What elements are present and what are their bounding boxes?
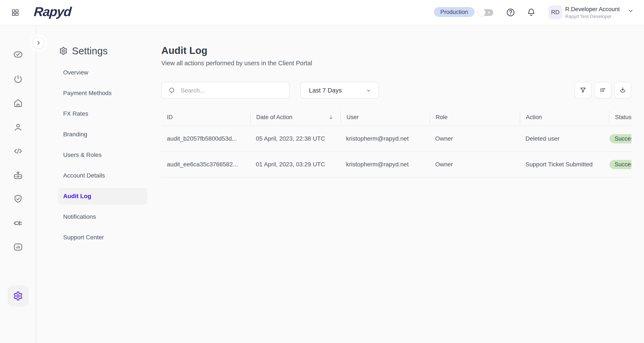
nav-item-notifications[interactable]: Notifications <box>58 209 147 225</box>
filter-button[interactable] <box>574 82 591 98</box>
cell-id: audit_ee6ca35c3766582... <box>161 161 250 168</box>
nav-item-account-details[interactable]: Account Details <box>58 167 147 184</box>
notifications-bell-icon[interactable] <box>527 8 536 17</box>
nav-item-support-center[interactable]: Support Center <box>58 229 147 246</box>
cell-user: kristopherm@rapyd.net <box>340 161 430 168</box>
developer-code-icon[interactable] <box>13 146 23 156</box>
table-row[interactable]: audit_b2057fb5800d53d... 05 April, 2023,… <box>161 126 631 152</box>
column-header-user: User <box>340 111 430 123</box>
cell-role: Owner <box>430 161 520 168</box>
cell-status: Success <box>609 160 631 169</box>
nav-item-branding[interactable]: Branding <box>58 126 147 143</box>
home-icon[interactable] <box>13 98 23 108</box>
date-range-value: Last 7 Days <box>309 87 342 94</box>
chevron-down-icon <box>628 8 634 14</box>
payouts-inbox-icon[interactable] <box>13 170 23 180</box>
cell-user: kristopherm@rapyd.net <box>340 135 430 142</box>
account-name: R.Developer Account <box>565 6 620 13</box>
date-range-select[interactable]: Last 7 Days <box>300 82 379 98</box>
cell-date: 01 April, 2023, 03:29 UTC <box>250 161 340 168</box>
status-badge: Success <box>610 134 631 143</box>
column-header-status: Status <box>609 111 631 123</box>
integrations-plug-icon[interactable] <box>13 218 23 228</box>
column-header-action: Action <box>520 111 609 123</box>
tasks-check-icon[interactable] <box>13 49 23 59</box>
cell-action: Deleted user <box>520 135 609 142</box>
page-title: Audit Log <box>161 45 208 56</box>
toggle-knob <box>478 9 486 16</box>
environment-badge: Production <box>434 7 474 17</box>
sort-descending-arrow-icon <box>328 114 334 120</box>
table-row[interactable]: audit_ee6ca35c3766582... 01 April, 2023,… <box>161 152 631 178</box>
settings-nav: Overview Payment Methods FX Rates Brandi… <box>58 64 147 250</box>
cell-role: Owner <box>430 135 520 142</box>
chevron-down-icon <box>366 88 372 94</box>
column-header-role: Role <box>430 111 520 123</box>
toggle-x-icon <box>487 10 491 15</box>
filter-funnel-icon <box>579 86 587 94</box>
nav-item-payment-methods[interactable]: Payment Methods <box>58 85 147 101</box>
page-subtitle: View all actions performed by users in t… <box>161 60 312 67</box>
search-input[interactable] <box>180 84 284 97</box>
search-box <box>161 82 290 98</box>
user-icon[interactable] <box>13 122 23 132</box>
status-badge: Success <box>610 160 631 169</box>
analytics-chart-icon[interactable] <box>13 242 23 252</box>
nav-item-overview[interactable]: Overview <box>58 64 147 81</box>
settings-gear-heading-icon <box>59 46 68 55</box>
power-icon[interactable] <box>13 74 23 84</box>
compliance-shield-icon[interactable] <box>13 194 23 204</box>
apps-grid-icon[interactable] <box>12 9 19 16</box>
column-header-id: ID <box>161 111 250 123</box>
rapyd-client-portal: Rapyd Production RD R.Developer Account <box>0 0 644 343</box>
cell-action: Support Ticket Submitted <box>520 161 609 168</box>
search-icon <box>168 87 176 94</box>
audit-log-table: ID Date of Action User Role Action Statu… <box>161 109 631 178</box>
sort-list-icon <box>599 86 606 94</box>
help-circle-icon[interactable] <box>506 8 515 17</box>
settings-gear-icon[interactable] <box>13 291 23 301</box>
nav-item-fx-rates[interactable]: FX Rates <box>58 106 147 122</box>
download-icon <box>619 86 626 94</box>
sidebar-expand-button[interactable] <box>32 37 44 49</box>
cell-id: audit_b2057fb5800d53d... <box>161 135 250 142</box>
sort-button[interactable] <box>594 82 611 98</box>
column-header-date[interactable]: Date of Action <box>250 111 340 123</box>
nav-item-audit-log[interactable]: Audit Log <box>58 188 147 204</box>
environment-toggle[interactable] <box>478 9 493 16</box>
cell-date: 05 April, 2023, 22:38 UTC <box>250 135 340 142</box>
top-header: Rapyd Production RD R.Developer Account <box>0 0 644 25</box>
column-header-date-label: Date of Action <box>256 114 292 120</box>
rapyd-logo[interactable]: Rapyd <box>34 4 72 19</box>
download-button[interactable] <box>614 82 631 98</box>
account-subtitle: Rapyd Test Developer <box>565 14 612 19</box>
icon-rail <box>0 25 36 343</box>
content-area: Settings Overview Payment Methods FX Rat… <box>36 25 644 343</box>
table-header-row: ID Date of Action User Role Action Statu… <box>161 109 631 126</box>
settings-panel-title: Settings <box>72 45 108 57</box>
nav-item-users-roles[interactable]: Users & Roles <box>58 147 147 163</box>
cell-status: Success <box>609 134 631 143</box>
chevron-right-icon <box>36 40 41 46</box>
avatar: RD <box>548 5 562 19</box>
